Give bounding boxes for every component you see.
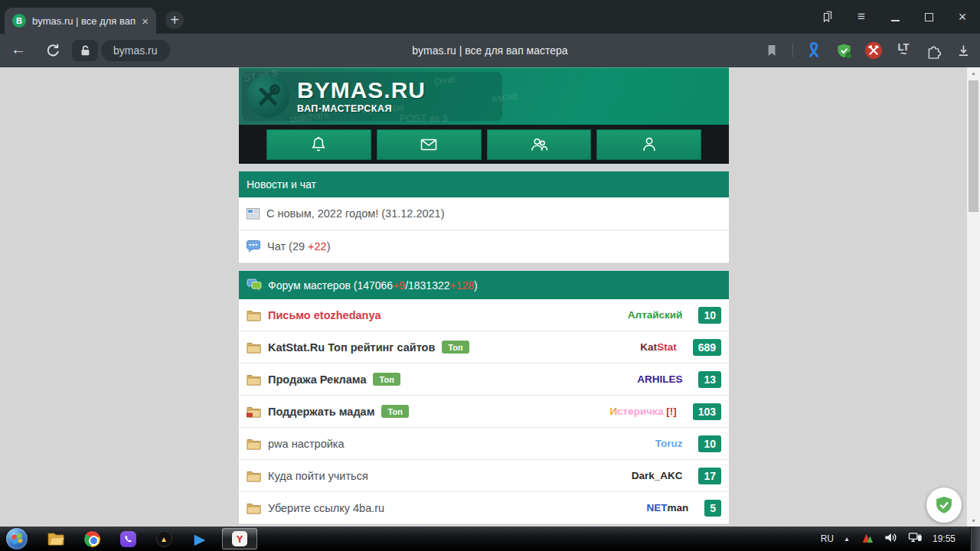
network-tray-icon[interactable] — [908, 531, 923, 546]
author-name-part: ARHILES — [637, 373, 682, 385]
monitor-graph-tray-icon[interactable] — [860, 531, 874, 546]
window-controls: ≡ × — [821, 3, 969, 31]
author-name-part: Kat — [640, 341, 657, 353]
chrome-icon[interactable] — [82, 529, 102, 549]
close-window-button[interactable]: × — [956, 10, 969, 24]
reply-count-badge: 17 — [698, 468, 721, 484]
maximize-button[interactable] — [922, 10, 936, 24]
folder-icon — [247, 309, 261, 321]
profile-button[interactable] — [596, 129, 701, 160]
folder-icon — [247, 502, 261, 514]
viber-icon[interactable] — [118, 529, 138, 549]
liveinternet-counter-icon[interactable]: LT ~ — [894, 41, 913, 60]
adguard-assistant-button[interactable] — [926, 487, 962, 523]
forum-row[interactable]: Уберите ссылку 4ba.ru NETman 5 — [239, 492, 729, 524]
forum-rows: Письмо etozhedanya Алтайский 10 KatStat.… — [239, 299, 729, 524]
users-button[interactable] — [487, 129, 592, 160]
chat-new-count: +22 — [308, 240, 327, 253]
author-name-part: стеричка — [617, 406, 663, 417]
scroll-track[interactable] — [967, 79, 980, 515]
forum-header-label: Форум мастеров (147066+9/1831322+128) — [268, 279, 478, 292]
forum-header: Форум мастеров (147066+9/1831322+128) — [239, 271, 729, 299]
topic-title: KatStat.Ru Топ рейтинг сайтов — [268, 341, 435, 354]
forum-row[interactable]: Поддержать мадам Топ Истеричка [!] 103 — [239, 396, 729, 428]
forum-row[interactable]: pwa настройка Toruz 10 — [239, 428, 729, 460]
explorer-icon[interactable] — [46, 529, 66, 549]
toolbar-right-icons: LT ~ — [763, 34, 972, 67]
folder-icon — [247, 438, 261, 450]
news-header-label: Новости и чат — [247, 178, 316, 191]
start-button[interactable] — [6, 528, 28, 549]
forum-icon — [247, 279, 262, 292]
taskbar-clock[interactable]: 19:55 — [933, 533, 956, 544]
site-name: BYMAS.RU — [297, 79, 426, 102]
page-scrollbar[interactable]: ▲ ▼ — [967, 67, 980, 527]
reply-count-badge: 103 — [693, 403, 721, 420]
address-bar[interactable]: bymas.ru — [101, 40, 170, 61]
folder-icon — [247, 341, 261, 354]
author-name-part: NET — [646, 502, 667, 514]
taskbar: ▲ ▶ Y RU ▲ — [0, 527, 980, 551]
media-player-icon[interactable]: ▶ — [190, 529, 210, 549]
folder-icon — [247, 470, 261, 482]
reply-count-badge: 5 — [704, 500, 721, 517]
messages-button[interactable] — [377, 129, 482, 160]
scroll-up-arrow[interactable]: ▲ — [971, 67, 976, 79]
reply-count-badge: 13 — [698, 371, 721, 388]
show-desktop-button[interactable] — [970, 527, 980, 551]
scroll-thumb[interactable] — [969, 80, 978, 212]
notifications-button[interactable] — [266, 129, 371, 160]
extensions-puzzle-icon[interactable] — [924, 41, 942, 60]
site-tagline: ВАП-МАСТЕРСКАЯ — [297, 103, 426, 114]
back-button[interactable]: ← — [11, 41, 26, 58]
forum-new-posts: +128 — [450, 279, 475, 292]
windows-flag-icon — [11, 533, 22, 545]
page-viewport: BYMAS.RU ВАП-МАСТЕРСКАЯ ST as $sql_escap… — [0, 67, 980, 527]
yandex-browser-taskbar-button[interactable]: Y — [222, 528, 257, 549]
forum-row[interactable]: KatStat.Ru Топ рейтинг сайтов Топ KatSta… — [239, 331, 729, 364]
reload-button[interactable] — [44, 42, 60, 61]
chat-item[interactable]: Чат (29 +22) — [239, 230, 729, 263]
hammer-extension-icon[interactable] — [864, 41, 883, 60]
browser-menu-icon[interactable]: ≡ — [854, 10, 868, 24]
forum-row[interactable]: Письмо etozhedanya Алтайский 10 — [239, 299, 729, 331]
topic-title: Уберите ссылку 4ba.ru — [268, 502, 384, 514]
forum-row[interactable]: Куда пойти учиться Dark_AKC 17 — [239, 460, 729, 492]
language-indicator[interactable]: RU — [821, 533, 834, 544]
news-item-text: С новым, 2022 годом! (31.12.2021) — [266, 207, 445, 220]
tray-expand-icon[interactable]: ▲ — [844, 536, 850, 543]
tab-close-icon[interactable]: × — [142, 15, 149, 27]
site-security-button[interactable] — [72, 40, 98, 61]
minimize-button[interactable] — [888, 10, 902, 24]
site-logo-icon — [247, 75, 289, 118]
topic-author: Dark_AKC — [632, 470, 683, 481]
topic-title: pwa настройка — [268, 438, 345, 450]
aimp-icon[interactable]: ▲ — [154, 529, 174, 549]
author-name-part: Stat — [657, 341, 677, 353]
quick-nav-strip — [239, 125, 729, 164]
topic-author: ARHILES — [637, 373, 682, 385]
chat-label: Чат (29 +22) — [267, 240, 331, 253]
author-name-part: Dark_AKC — [632, 470, 683, 481]
system-tray: RU ▲ — [821, 527, 980, 551]
author-name-part: Алтайский — [628, 309, 683, 321]
author-name-part: И — [609, 406, 617, 417]
browser-tab[interactable]: B bymas.ru | все для вап м × — [5, 8, 156, 34]
ribbon-extension-icon[interactable] — [805, 41, 823, 60]
forum-row[interactable]: Продажа Реклама Топ ARHILES 13 — [239, 364, 729, 396]
tab-title: bymas.ru | все для вап м — [32, 15, 136, 27]
new-tab-button[interactable]: + — [165, 11, 184, 29]
volume-tray-icon[interactable] — [884, 531, 898, 546]
news-item[interactable]: С новым, 2022 годом! (31.12.2021) — [239, 197, 729, 230]
topic-title: Продажа Реклама — [268, 373, 366, 386]
bookmark-icon[interactable] — [763, 41, 781, 60]
downloads-icon[interactable] — [954, 41, 972, 60]
top-badge: Топ — [381, 405, 408, 418]
scroll-down-arrow[interactable]: ▼ — [971, 515, 976, 527]
adguard-shield-icon[interactable] — [835, 41, 853, 60]
author-name-part: [!] — [663, 406, 676, 417]
sidebar-panel-icon[interactable] — [821, 10, 835, 24]
yandex-browser-icon: Y — [232, 531, 247, 546]
site-banner[interactable]: BYMAS.RU ВАП-МАСТЕРСКАЯ ST as $sql_escap… — [239, 67, 729, 125]
topic-title: Куда пойти учиться — [268, 470, 368, 482]
